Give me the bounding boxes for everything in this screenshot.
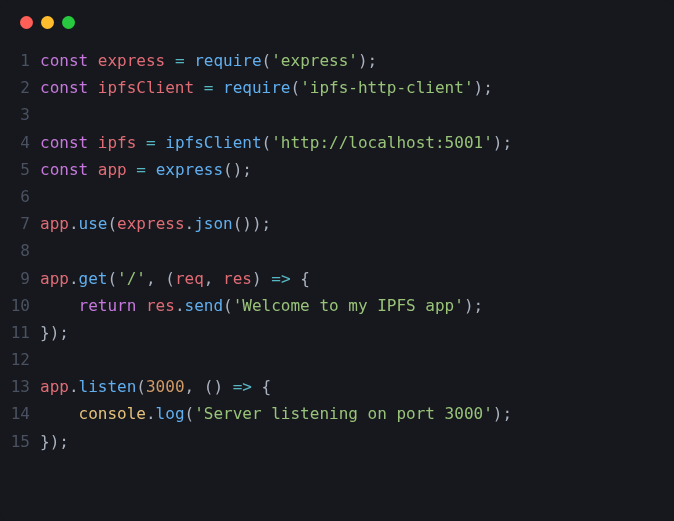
token-pn: , ( [146,269,175,288]
token-fn: get [79,269,108,288]
token-pn: ) [252,269,271,288]
token-var: res [146,296,175,315]
code-line: 9app.get('/', (req, res) => { [10,265,656,292]
token-pn [146,160,156,179]
token-fn: use [79,214,108,233]
token-pn: }) [40,432,59,451]
token-pn: ( [107,269,117,288]
token-pn [136,133,146,152]
code-line: 11}); [10,319,656,346]
code-content: const ipfs = ipfsClient('http://localhos… [40,129,512,156]
token-pn [213,78,223,97]
token-pn [185,51,195,70]
token-pn: }) [40,323,59,342]
token-var: res [223,269,252,288]
token-var: req [175,269,204,288]
token-pn: , () [185,377,233,396]
token-var: app [40,214,69,233]
token-pn: ()) [233,214,262,233]
token-pn: ; [59,432,69,451]
token-pn: ( [262,133,272,152]
token-fn: ipfsClient [165,133,261,152]
token-pn [165,51,175,70]
code-content: app.use(express.json()); [40,210,271,237]
token-op: => [271,269,290,288]
token-fn: express [156,160,223,179]
token-pn: ; [474,296,484,315]
code-content: app.listen(3000, () => { [40,373,271,400]
token-pn: ) [493,133,503,152]
token-pn [40,404,79,423]
line-number: 15 [10,428,40,455]
code-line: 12 [10,346,656,373]
code-line: 1const express = require('express'); [10,47,656,74]
code-content: }); [40,319,69,346]
token-str: 'Server listening on port 3000' [194,404,493,423]
token-op: = [204,78,214,97]
code-line: 3 [10,101,656,128]
token-pn [127,160,137,179]
code-editor: 1const express = require('express');2con… [0,47,674,473]
token-pn: ; [502,133,512,152]
token-fn: log [156,404,185,423]
close-icon[interactable] [20,16,33,29]
token-var: app [98,160,127,179]
line-number: 8 [10,237,40,264]
maximize-icon[interactable] [62,16,75,29]
line-number: 1 [10,47,40,74]
line-number: 7 [10,210,40,237]
code-line: 10 return res.send('Welcome to my IPFS a… [10,292,656,319]
line-number: 14 [10,400,40,427]
line-number: 2 [10,74,40,101]
code-content: }); [40,428,69,455]
code-content: console.log('Server listening on port 30… [40,400,512,427]
code-content: const ipfsClient = require('ipfs-http-cl… [40,74,493,101]
code-line: 5const app = express(); [10,156,656,183]
code-line: 6 [10,183,656,210]
token-var: express [98,51,165,70]
token-pn: { [252,377,271,396]
line-number: 3 [10,101,40,128]
code-content: const express = require('express'); [40,47,377,74]
token-pn [40,296,79,315]
token-pn [156,133,166,152]
token-pn: . [69,214,79,233]
token-pn: ) [474,78,484,97]
token-pn: { [291,269,310,288]
line-number: 5 [10,156,40,183]
window-titlebar [0,16,674,47]
token-pn [194,78,204,97]
token-num: 3000 [146,377,185,396]
token-str: 'ipfs-http-client' [300,78,473,97]
token-var: express [117,214,184,233]
token-var: app [40,377,69,396]
token-pn: ( [185,404,195,423]
token-op: => [233,377,252,396]
token-pn: ( [223,296,233,315]
code-line: 14 console.log('Server listening on port… [10,400,656,427]
token-pn: , [204,269,223,288]
token-pn: ; [368,51,378,70]
token-str: 'express' [271,51,358,70]
token-pn: ( [262,51,272,70]
minimize-icon[interactable] [41,16,54,29]
code-line: 8 [10,237,656,264]
line-number: 11 [10,319,40,346]
token-kw: const [40,160,98,179]
token-var: app [40,269,69,288]
token-pn: ( [136,377,146,396]
code-content: return res.send('Welcome to my IPFS app'… [40,292,483,319]
token-pn: . [185,214,195,233]
token-pn: ) [358,51,368,70]
token-kw: const [40,78,98,97]
token-op: = [146,133,156,152]
token-pn: . [146,404,156,423]
code-window: 1const express = require('express');2con… [0,0,674,521]
token-str: 'Welcome to my IPFS app' [233,296,464,315]
line-number: 13 [10,373,40,400]
code-line: 13app.listen(3000, () => { [10,373,656,400]
token-var: ipfsClient [98,78,194,97]
token-str: 'http://localhost:5001' [271,133,493,152]
token-pn: . [175,296,185,315]
token-pn: ; [262,214,272,233]
